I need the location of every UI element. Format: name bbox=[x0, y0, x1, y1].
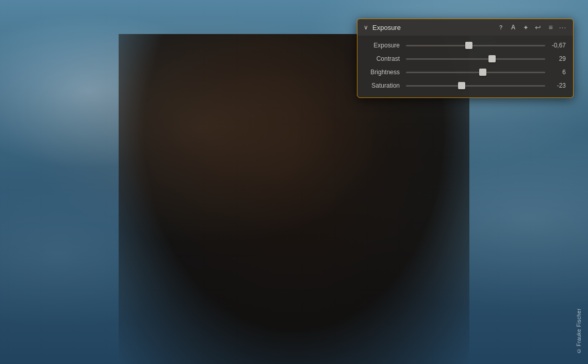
slider-track-contrast[interactable] bbox=[406, 55, 545, 63]
slider-label-exposure: Exposure bbox=[365, 42, 406, 49]
panel-header: ∨ Exposure ? A ✦ ↩ ≡ ··· bbox=[357, 19, 573, 36]
pin-icon[interactable]: ✦ bbox=[521, 23, 530, 31]
slider-value-saturation: -23 bbox=[545, 82, 566, 89]
slider-row-saturation: Saturation -23 bbox=[357, 79, 573, 92]
help-icon[interactable]: ? bbox=[497, 23, 505, 31]
panel-body: Exposure -0,67 Contrast 29 Brightness bbox=[357, 36, 573, 97]
panel-chevron[interactable]: ∨ bbox=[364, 24, 368, 31]
slider-row-contrast: Contrast 29 bbox=[357, 52, 573, 65]
panel-title: Exposure bbox=[372, 24, 494, 31]
slider-row-exposure: Exposure -0,67 bbox=[357, 39, 573, 52]
slider-label-saturation: Saturation bbox=[365, 82, 406, 89]
panel-icons: ? A ✦ ↩ ≡ ··· bbox=[497, 23, 567, 31]
slider-thumb-saturation[interactable] bbox=[458, 82, 465, 89]
more-icon[interactable]: ··· bbox=[559, 23, 567, 31]
slider-label-brightness: Brightness bbox=[365, 69, 406, 76]
copyright-text: © Frauke Fischer bbox=[576, 308, 582, 354]
slider-track-saturation[interactable] bbox=[406, 81, 545, 90]
exposure-panel: ∨ Exposure ? A ✦ ↩ ≡ ··· Exposure -0,67 … bbox=[357, 19, 574, 98]
slider-label-contrast: Contrast bbox=[365, 55, 406, 62]
slider-track bbox=[406, 85, 545, 87]
slider-value-contrast: 29 bbox=[545, 55, 566, 62]
slider-thumb-contrast[interactable] bbox=[488, 55, 496, 62]
auto-icon[interactable]: A bbox=[509, 23, 517, 31]
slider-track-exposure[interactable] bbox=[406, 41, 545, 49]
slider-track bbox=[406, 58, 545, 60]
slider-track bbox=[406, 72, 545, 73]
slider-value-brightness: 6 bbox=[545, 69, 566, 76]
slider-value-exposure: -0,67 bbox=[545, 42, 566, 49]
slider-thumb-brightness[interactable] bbox=[479, 69, 486, 76]
undo-icon[interactable]: ↩ bbox=[534, 23, 542, 31]
slider-track-brightness[interactable] bbox=[406, 68, 545, 76]
slider-thumb-exposure[interactable] bbox=[465, 42, 472, 49]
slider-row-brightness: Brightness 6 bbox=[357, 65, 573, 79]
list-icon[interactable]: ≡ bbox=[546, 23, 554, 31]
slider-track bbox=[406, 45, 545, 46]
